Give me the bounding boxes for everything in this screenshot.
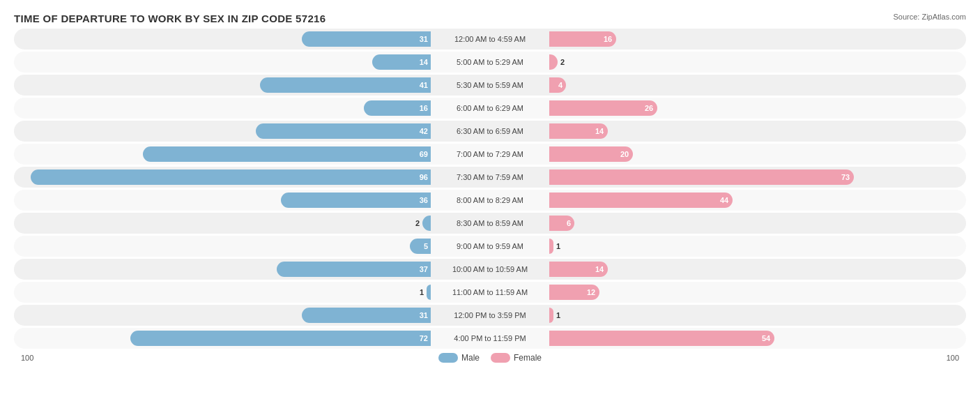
source-label: Source: ZipAtlas.com [893, 13, 966, 21]
chart-row: 7:00 AM to 7:29 AM6920 [14, 144, 966, 165]
male-value: 16 [420, 98, 428, 119]
legend-female: Female [491, 353, 542, 363]
chart-row: 8:00 AM to 8:29 AM3644 [14, 190, 966, 211]
female-bar [549, 77, 566, 93]
female-value: 54 [762, 328, 770, 349]
female-value: 4 [558, 75, 562, 96]
female-value: 26 [645, 98, 653, 119]
female-value: 6 [567, 213, 571, 234]
female-value: 2 [560, 52, 565, 73]
female-value: 16 [604, 29, 612, 50]
footer-row: 100 Male Female 100 [14, 353, 966, 363]
row-label: 5:30 AM to 5:59 AM [431, 75, 549, 96]
male-value: 42 [420, 121, 428, 142]
female-bar [549, 308, 553, 323]
female-bar [549, 169, 854, 185]
male-bar [281, 193, 431, 208]
female-value: 14 [595, 259, 604, 280]
chart-row: 9:00 AM to 9:59 AM51 [14, 236, 966, 257]
male-value: 14 [420, 52, 428, 73]
male-value: 1 [420, 282, 424, 303]
row-label: 12:00 PM to 3:59 PM [431, 305, 549, 326]
row-label: 6:30 AM to 6:59 AM [431, 121, 549, 142]
male-value: 36 [420, 190, 428, 211]
chart-container: TIME OF DEPARTURE TO WORK BY SEX IN ZIP … [0, 0, 980, 384]
female-value: 20 [620, 144, 629, 165]
female-bar [549, 239, 553, 254]
chart-row: 6:00 AM to 6:29 AM1626 [14, 98, 966, 119]
female-bar [549, 54, 558, 70]
chart-row: 12:00 AM to 4:59 AM3116 [14, 29, 966, 50]
female-bar [549, 100, 657, 116]
female-bar [549, 331, 774, 346]
male-bar [31, 169, 431, 185]
chart-row: 7:30 AM to 7:59 AM9673 [14, 167, 966, 188]
male-value: 2 [415, 213, 420, 234]
row-label: 12:00 AM to 4:59 AM [431, 29, 549, 50]
chart-title: TIME OF DEPARTURE TO WORK BY SEX IN ZIP … [14, 13, 326, 24]
male-value: 37 [420, 259, 428, 280]
female-value: 14 [595, 121, 604, 142]
legend-female-label: Female [514, 353, 542, 363]
scale-right: 100 [947, 354, 966, 362]
female-value: 44 [720, 190, 728, 211]
male-bar [302, 308, 431, 323]
row-label: 8:30 AM to 8:59 AM [431, 213, 549, 234]
female-value: 1 [556, 305, 560, 326]
female-bar [549, 193, 733, 208]
chart-row: 5:30 AM to 5:59 AM414 [14, 75, 966, 96]
chart-row: 11:00 AM to 11:59 AM112 [14, 282, 966, 303]
scale-left: 100 [14, 354, 33, 362]
male-value: 96 [420, 167, 428, 188]
male-bar [277, 262, 431, 277]
chart-row: 12:00 PM to 3:59 PM311 [14, 305, 966, 326]
male-bar [422, 216, 431, 231]
row-label: 5:00 AM to 5:29 AM [431, 52, 549, 73]
legend-male: Male [438, 353, 480, 363]
female-value: 73 [841, 167, 850, 188]
female-value: 1 [556, 236, 560, 257]
male-bar [302, 31, 431, 47]
female-value: 12 [587, 282, 595, 303]
male-bar [130, 331, 431, 346]
male-bar [143, 146, 431, 162]
row-label: 7:30 AM to 7:59 AM [431, 167, 549, 188]
chart-area: 12:00 AM to 4:59 AM31165:00 AM to 5:29 A… [14, 29, 966, 349]
row-label: 11:00 AM to 11:59 AM [431, 282, 549, 303]
male-value: 72 [420, 328, 428, 349]
chart-row: 8:30 AM to 8:59 AM26 [14, 213, 966, 234]
chart-row: 6:30 AM to 6:59 AM4214 [14, 121, 966, 142]
row-label: 7:00 AM to 7:29 AM [431, 144, 549, 165]
male-value: 31 [420, 29, 428, 50]
legend-male-box [438, 353, 458, 363]
legend-female-box [491, 353, 510, 363]
chart-row: 4:00 PM to 11:59 PM7254 [14, 328, 966, 349]
row-label: 9:00 AM to 9:59 AM [431, 236, 549, 257]
male-bar [256, 123, 431, 139]
male-value: 41 [420, 75, 428, 96]
row-label: 6:00 AM to 6:29 AM [431, 98, 549, 119]
male-value: 69 [420, 144, 428, 165]
legend-male-label: Male [461, 353, 480, 363]
row-label: 10:00 AM to 10:59 AM [431, 259, 549, 280]
male-value: 31 [420, 305, 428, 326]
row-label: 4:00 PM to 11:59 PM [431, 328, 549, 349]
row-label: 8:00 AM to 8:29 AM [431, 190, 549, 211]
chart-row: 10:00 AM to 10:59 AM3714 [14, 259, 966, 280]
male-bar [260, 77, 431, 93]
male-value: 5 [424, 236, 428, 257]
chart-row: 5:00 AM to 5:29 AM142 [14, 52, 966, 73]
legend: Male Female [438, 353, 542, 363]
